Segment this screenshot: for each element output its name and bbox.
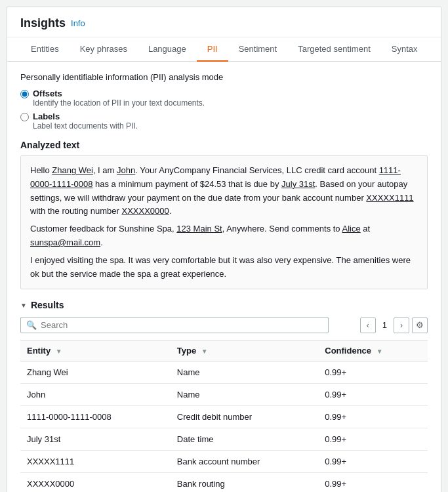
- pagination-prev-button[interactable]: ‹: [360, 318, 376, 333]
- col-entity[interactable]: Entity ▼: [20, 340, 171, 361]
- table-row: Zhang Wei Name 0.99+: [20, 361, 428, 384]
- col-confidence[interactable]: Confidence ▼: [318, 340, 428, 361]
- cell-entity-5: XXXXX0000: [20, 473, 171, 492]
- results-table: Entity ▼ Type ▼ Confidence ▼: [20, 340, 428, 492]
- pagination-page: 1: [378, 320, 391, 330]
- pagination-next-button[interactable]: ›: [394, 318, 409, 333]
- radio-offsets-input[interactable]: [20, 90, 29, 98]
- highlight-routing: XXXXX0000: [121, 206, 169, 216]
- radio-offsets-desc: Identify the location of PII in your tex…: [33, 98, 205, 108]
- page-title: Insights: [20, 16, 66, 30]
- type-filter-icon[interactable]: ▼: [201, 348, 208, 355]
- cell-entity-2: 1111-0000-1111-0008: [20, 406, 171, 428]
- radio-offsets-label: Offsets: [33, 89, 205, 98]
- main-panel: Insights Info Entities Key phrases Langu…: [7, 7, 441, 492]
- analyzed-text-line-2: Customer feedback for Sunshine Spa, 123 …: [30, 222, 418, 250]
- cell-entity-4: XXXXX1111: [20, 451, 171, 473]
- cell-confidence-2: 0.99+: [318, 406, 428, 428]
- tab-key-phrases[interactable]: Key phrases: [70, 37, 138, 62]
- cell-entity-1: John: [20, 384, 171, 406]
- results-section: ▼ Results 🔍 ‹ 1 › ⚙: [20, 300, 428, 492]
- highlight-john: John: [117, 165, 135, 175]
- cell-entity-3: July 31st: [20, 428, 171, 451]
- table-row: July 31st Date time 0.99+: [20, 428, 428, 451]
- results-header[interactable]: ▼ Results: [20, 300, 428, 310]
- cell-entity-0: Zhang Wei: [20, 361, 171, 384]
- highlight-date: July 31st: [281, 179, 315, 189]
- table-row: John Name 0.99+: [20, 384, 428, 406]
- table-row: 1111-0000-1111-0008 Credit debit number …: [20, 406, 428, 428]
- tab-syntax[interactable]: Syntax: [381, 37, 428, 62]
- cell-type-4: Bank account number: [171, 451, 318, 473]
- tab-language[interactable]: Language: [138, 37, 197, 62]
- info-link[interactable]: Info: [71, 18, 85, 28]
- tabs-bar: Entities Key phrases Language PII Sentim…: [7, 37, 441, 62]
- highlight-bank-account: XXXXX1111: [366, 193, 413, 203]
- tab-entities[interactable]: Entities: [20, 37, 70, 62]
- cell-type-3: Date time: [171, 428, 318, 451]
- search-input[interactable]: [41, 320, 323, 330]
- search-icon: 🔍: [26, 320, 37, 330]
- search-pagination-row: 🔍 ‹ 1 › ⚙: [20, 317, 428, 333]
- results-title: Results: [31, 300, 64, 310]
- highlight-email: sunspa@mail.com: [30, 237, 100, 247]
- content-area: Personally identifiable information (PII…: [7, 62, 441, 492]
- analyzed-text-title: Analyzed text: [20, 140, 428, 150]
- analysis-mode-label: Personally identifiable information (PII…: [20, 72, 428, 82]
- analyzed-text-line-1: Hello Zhang Wei, I am John. Your AnyComp…: [30, 164, 418, 218]
- cell-type-5: Bank routing: [171, 473, 318, 492]
- pagination-controls: ‹ 1 › ⚙: [360, 318, 428, 333]
- tab-sentiment[interactable]: Sentiment: [228, 37, 288, 62]
- results-chevron-icon: ▼: [20, 302, 27, 309]
- highlight-zhang-wei: Zhang Wei: [52, 165, 93, 175]
- table-row: XXXXX0000 Bank routing 0.99+: [20, 473, 428, 492]
- cell-confidence-0: 0.99+: [318, 361, 428, 384]
- cell-type-1: Name: [171, 384, 318, 406]
- tab-targeted-sentiment[interactable]: Targeted sentiment: [287, 37, 381, 62]
- radio-group: Offsets Identify the location of PII in …: [20, 89, 428, 131]
- search-box[interactable]: 🔍: [20, 317, 329, 333]
- radio-labels: Labels Label text documents with PII.: [20, 112, 428, 131]
- cell-type-2: Credit debit number: [171, 406, 318, 428]
- confidence-filter-icon[interactable]: ▼: [377, 348, 383, 355]
- cell-confidence-5: 0.99+: [318, 473, 428, 492]
- cell-confidence-1: 0.99+: [318, 384, 428, 406]
- radio-labels-desc: Label text documents with PII.: [33, 121, 138, 131]
- tab-pii[interactable]: PII: [197, 37, 228, 62]
- highlight-alice: Alice: [342, 224, 361, 234]
- header: Insights Info: [7, 7, 441, 37]
- radio-labels-label: Labels: [33, 112, 138, 121]
- analyzed-text-box: Hello Zhang Wei, I am John. Your AnyComp…: [20, 155, 428, 289]
- cell-confidence-4: 0.99+: [318, 451, 428, 473]
- analyzed-text-line-3: I enjoyed visiting the spa. It was very …: [30, 254, 418, 281]
- settings-button[interactable]: ⚙: [412, 318, 428, 333]
- col-type[interactable]: Type ▼: [171, 340, 318, 361]
- entity-filter-icon[interactable]: ▼: [56, 348, 62, 355]
- cell-type-0: Name: [171, 361, 318, 384]
- radio-labels-input[interactable]: [20, 113, 29, 121]
- table-row: XXXXX1111 Bank account number 0.99+: [20, 451, 428, 473]
- highlight-address: 123 Main St: [176, 224, 222, 234]
- cell-confidence-3: 0.99+: [318, 428, 428, 451]
- radio-offsets: Offsets Identify the location of PII in …: [20, 89, 428, 108]
